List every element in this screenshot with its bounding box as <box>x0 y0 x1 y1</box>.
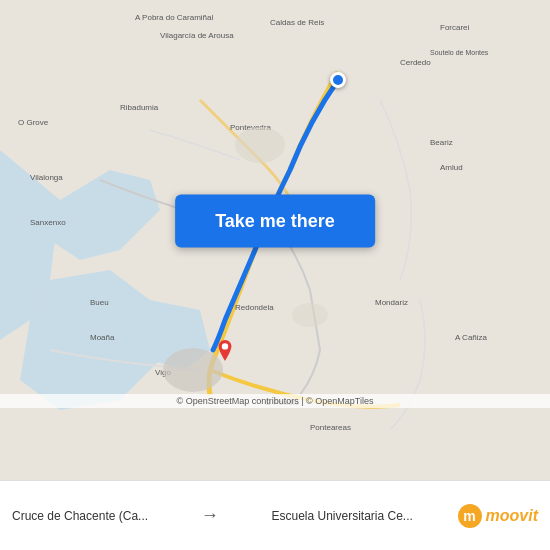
svg-text:Soutelo de Montes: Soutelo de Montes <box>430 49 489 56</box>
destination-label: Escuela Universitaria Ce... <box>271 509 412 523</box>
origin-marker <box>213 340 237 364</box>
svg-text:Ribadumia: Ribadumia <box>120 103 159 112</box>
map-attribution: © OpenStreetMap contributors | © OpenMap… <box>0 394 550 408</box>
svg-text:Moaña: Moaña <box>90 333 115 342</box>
svg-point-32 <box>222 343 228 349</box>
bottom-bar: Cruce de Chacente (Ca... → Escuela Unive… <box>0 480 550 550</box>
moovit-wordmark: moovit <box>486 507 538 525</box>
svg-text:Bueu: Bueu <box>90 298 109 307</box>
svg-text:Amlud: Amlud <box>440 163 463 172</box>
svg-text:A Pobra do Caramiñal: A Pobra do Caramiñal <box>135 13 213 22</box>
destination-marker <box>330 72 346 88</box>
svg-text:Sanxenxo: Sanxenxo <box>30 218 66 227</box>
take-me-there-button[interactable]: Take me there <box>175 194 375 247</box>
moovit-logo: m moovit <box>458 504 538 528</box>
svg-text:Beariz: Beariz <box>430 138 453 147</box>
origin-label: Cruce de Chacente (Ca... <box>12 509 148 523</box>
svg-text:Caldas de Reis: Caldas de Reis <box>270 18 324 27</box>
svg-point-29 <box>235 127 285 163</box>
svg-text:Vilagarcía de Arousa: Vilagarcía de Arousa <box>160 31 234 40</box>
svg-point-31 <box>292 303 328 327</box>
svg-text:Cerdedo: Cerdedo <box>400 58 431 67</box>
svg-text:Ponteareas: Ponteareas <box>310 423 351 432</box>
moovit-icon: m <box>458 504 482 528</box>
svg-text:Forcarei: Forcarei <box>440 23 470 32</box>
map-container: A Pobra do Caramiñal Vilagarcía de Arous… <box>0 0 550 480</box>
svg-text:Mondariz: Mondariz <box>375 298 408 307</box>
svg-text:Vilalonga: Vilalonga <box>30 173 63 182</box>
arrow-icon: → <box>201 505 219 526</box>
svg-text:O Grove: O Grove <box>18 118 49 127</box>
svg-text:Redondela: Redondela <box>235 303 274 312</box>
svg-text:A Cañiza: A Cañiza <box>455 333 488 342</box>
